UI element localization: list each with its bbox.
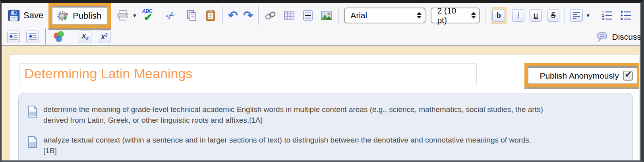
editor-window: Save Publish (0, 0, 644, 162)
publish-anonymously-checkbox[interactable]: ✔ (623, 71, 633, 81)
publish-highlight-annotation: Publish (48, 2, 111, 28)
link-button[interactable] (264, 9, 277, 22)
toolbar-row-1: Save Publish (2, 3, 640, 28)
text-color-button[interactable] (52, 31, 66, 43)
cut-button[interactable]: ✂ (166, 9, 180, 22)
align-left-icon (570, 9, 583, 22)
font-size-select[interactable]: 2 (10 pt) (431, 8, 480, 23)
font-family-value: Arial (350, 11, 414, 20)
bold-button[interactable]: b (492, 9, 505, 22)
toolbar-row-2: X2 X2 Discuss (2, 28, 640, 46)
strikethrough-button[interactable]: S (547, 9, 559, 22)
subscript-button[interactable]: X2 (79, 31, 91, 43)
bold-active-highlight: b (491, 7, 507, 24)
publish-label: Publish (73, 11, 101, 21)
toolbar-separator (338, 6, 339, 25)
checkmark-icon: ✔ (625, 69, 632, 80)
indent-icon (26, 31, 39, 43)
copy-icon (185, 9, 199, 22)
select-updown-icon (471, 12, 476, 19)
save-label: Save (23, 10, 43, 21)
standard-item: determine the meaning of grade-level tec… (27, 104, 617, 125)
insert-table-button[interactable] (282, 9, 296, 22)
standard-item: analyze textual context (within a senten… (27, 135, 617, 156)
print-dropdown-arrow-icon[interactable]: ▾ (133, 12, 136, 19)
image-icon (320, 9, 333, 22)
unordered-list-button[interactable] (619, 9, 632, 22)
toolbar-separator (222, 6, 223, 25)
redo-button[interactable]: ↷ (243, 10, 253, 21)
publish-button[interactable]: Publish (52, 6, 107, 25)
font-size-value: 2 (10 pt) (437, 6, 468, 25)
publish-anonymously-highlight-annotation: Publish Anonymously ✔ (524, 63, 640, 87)
copy-button[interactable] (185, 9, 199, 22)
toolbar-separator (161, 6, 161, 25)
color-circles-icon (52, 31, 66, 43)
standard-text: determine the meaning of grade-level tec… (43, 104, 543, 125)
indent-button[interactable] (26, 31, 39, 43)
standard-text: analyze textual context (within a senten… (43, 135, 531, 156)
document-page-icon (27, 104, 38, 125)
discuss-link[interactable]: Discuss (595, 31, 641, 43)
link-chain-icon (264, 9, 277, 22)
scissors-icon: ✂ (164, 6, 182, 25)
horizontal-rule-button[interactable] (301, 9, 315, 22)
insert-image-button[interactable] (320, 9, 333, 22)
toolbar-separator (485, 6, 485, 25)
publish-anonymously-control[interactable]: Publish Anonymously ✔ (528, 66, 637, 84)
horizontal-rule-icon (301, 9, 315, 22)
undo-arrow-icon: ↶ (228, 10, 238, 21)
redo-arrow-icon: ↷ (243, 10, 253, 21)
save-button[interactable]: Save (7, 9, 43, 22)
publish-gear-icon (56, 10, 70, 22)
editor-toolbar: Save Publish (2, 3, 640, 46)
ordered-list-button[interactable]: 1 2 3 (600, 9, 614, 22)
spellcheck-abc-icon: ABC ✔ (141, 9, 156, 22)
bullet-list-icon (619, 9, 632, 22)
toolbar-separator (72, 28, 72, 46)
toolbar-separator (595, 6, 595, 25)
save-icon (7, 9, 21, 22)
paste-button[interactable] (204, 9, 217, 22)
toolbar-separator (638, 6, 638, 25)
print-button[interactable]: ▾ (116, 9, 136, 22)
font-family-select[interactable]: Arial (344, 8, 425, 23)
printer-icon (116, 9, 130, 22)
numbered-list-icon: 1 2 3 (600, 9, 614, 22)
discuss-label: Discuss (612, 32, 641, 42)
select-updown-icon (417, 12, 422, 19)
paste-clipboard-icon (204, 9, 217, 22)
outdent-icon (7, 31, 20, 43)
outdent-button[interactable] (7, 31, 20, 43)
italic-button[interactable]: i (512, 9, 524, 22)
spellcheck-button[interactable]: ABC ✔ (141, 9, 156, 22)
underline-button[interactable]: u (530, 9, 542, 22)
toolbar-separator (565, 6, 565, 25)
svg-text:3: 3 (602, 17, 604, 21)
toolbar-separator (258, 6, 259, 25)
document-page-icon (27, 135, 38, 156)
undo-button[interactable]: ↶ (228, 10, 238, 21)
title-input[interactable]: Determining Latin Meanings (19, 63, 477, 84)
toolbar-separator (45, 28, 46, 46)
content-card: Determining Latin Meanings Publish Anony… (10, 54, 640, 162)
alignment-dropdown-arrow-icon[interactable]: ▾ (586, 12, 590, 19)
superscript-button[interactable]: X2 (98, 31, 110, 43)
table-grid-icon (282, 9, 296, 22)
publish-anonymously-label: Publish Anonymously (540, 71, 619, 81)
standards-panel: determine the meaning of grade-level tec… (18, 93, 633, 162)
speech-bubble-icon (595, 31, 609, 43)
editor-body: Determining Latin Meanings Publish Anony… (2, 46, 640, 162)
alignment-button[interactable]: ▾ (570, 9, 590, 22)
